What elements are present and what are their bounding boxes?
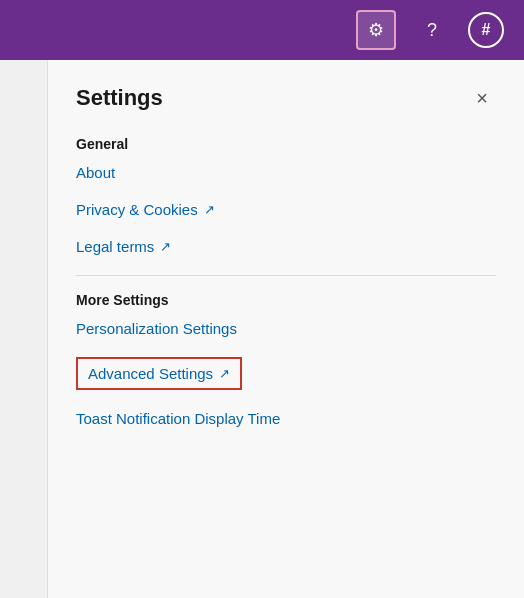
close-icon: × (476, 87, 488, 110)
header-bar: ⚙ ? # (0, 0, 524, 60)
external-icon: ↗ (204, 202, 215, 217)
avatar-label: # (482, 21, 491, 39)
personalization-link[interactable]: Personalization Settings (76, 320, 496, 337)
close-button[interactable]: × (468, 84, 496, 112)
main-area: Settings × General About Privacy & Cooki… (0, 60, 524, 598)
advanced-settings-link[interactable]: Advanced Settings ↗ (88, 365, 230, 382)
section-divider (76, 275, 496, 276)
legal-link[interactable]: Legal terms ↗ (76, 238, 496, 255)
external-icon: ↗ (219, 366, 230, 381)
settings-panel: Settings × General About Privacy & Cooki… (48, 60, 524, 598)
external-icon: ↗ (160, 239, 171, 254)
left-sidebar (0, 60, 48, 598)
about-link[interactable]: About (76, 164, 496, 181)
help-icon: ? (427, 20, 437, 41)
gear-button[interactable]: ⚙ (356, 10, 396, 50)
gear-icon: ⚙ (368, 19, 384, 41)
settings-title-row: Settings × (76, 84, 496, 112)
help-button[interactable]: ? (412, 10, 452, 50)
toast-notification-link[interactable]: Toast Notification Display Time (76, 410, 496, 427)
privacy-link[interactable]: Privacy & Cookies ↗ (76, 201, 496, 218)
avatar-button[interactable]: # (468, 12, 504, 48)
settings-title: Settings (76, 85, 163, 111)
more-settings-section-header: More Settings (76, 292, 496, 308)
advanced-settings-highlight: Advanced Settings ↗ (76, 357, 242, 390)
general-section-header: General (76, 136, 496, 152)
